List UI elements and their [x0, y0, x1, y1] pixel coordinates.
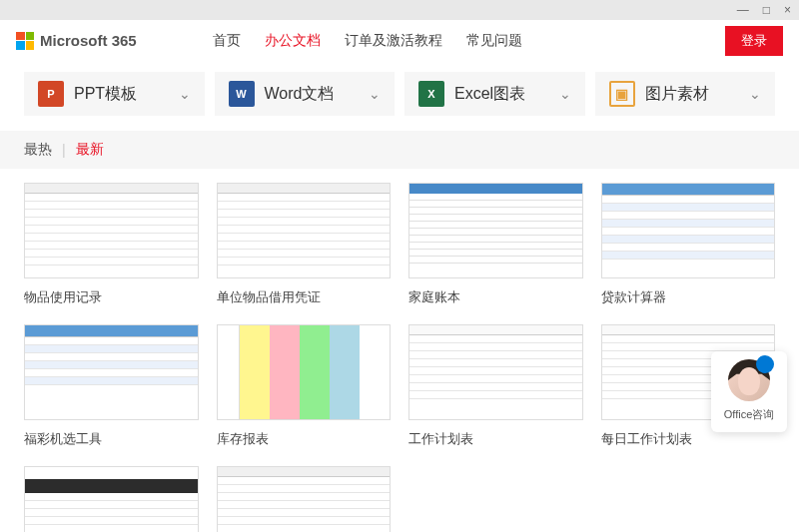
- nav-orders[interactable]: 订单及激活教程: [345, 32, 442, 50]
- template-title: 福彩机选工具: [24, 430, 199, 448]
- support-widget[interactable]: Office咨询: [711, 351, 787, 432]
- word-icon: W: [229, 81, 255, 107]
- category-ppt-label: PPT模板: [74, 84, 137, 105]
- template-title: 每日工作计划表: [601, 430, 776, 448]
- brand-name: Microsoft 365: [40, 32, 137, 49]
- chevron-down-icon: ⌄: [559, 86, 571, 102]
- support-label: Office咨询: [717, 407, 781, 422]
- nav-faq[interactable]: 常见问题: [466, 32, 522, 50]
- chevron-down-icon: ⌄: [749, 86, 761, 102]
- powerpoint-icon: P: [38, 81, 64, 107]
- category-image-label: 图片素材: [645, 84, 709, 105]
- main-nav: 首页 办公文档 订单及激活教程 常见问题: [213, 32, 522, 50]
- template-title: 单位物品借用凭证: [217, 288, 392, 306]
- template-thumb: [408, 183, 583, 278]
- support-avatar: [728, 359, 770, 401]
- template-thumb: [24, 324, 199, 420]
- filter-new[interactable]: 最新: [76, 141, 104, 159]
- category-excel-label: Excel图表: [454, 84, 525, 105]
- nav-home[interactable]: 首页: [213, 32, 241, 50]
- template-card[interactable]: 物品使用记录: [24, 183, 199, 306]
- template-thumb: [601, 183, 776, 278]
- category-image[interactable]: ▣ 图片素材 ⌄: [595, 72, 776, 116]
- template-title: 库存报表: [217, 430, 392, 448]
- close-button[interactable]: ×: [784, 3, 791, 17]
- category-bar: P PPT模板 ⌄ W Word文档 ⌄ X Excel图表 ⌄ ▣ 图片素材 …: [0, 62, 799, 131]
- template-title: 物品使用记录: [24, 288, 199, 306]
- template-card[interactable]: 工作计划表: [408, 324, 583, 448]
- brand-logo: Microsoft 365: [16, 32, 137, 50]
- login-button[interactable]: 登录: [725, 26, 783, 56]
- template-card[interactable]: 福彩机选工具: [24, 324, 199, 448]
- template-title: 工作计划表: [408, 430, 583, 448]
- template-card[interactable]: 记账凭证: [24, 466, 199, 532]
- divider: |: [62, 142, 66, 158]
- maximize-button[interactable]: □: [763, 3, 770, 17]
- template-thumb: [217, 466, 392, 532]
- template-card[interactable]: 贷款计算器: [601, 183, 776, 306]
- category-ppt[interactable]: P PPT模板 ⌄: [24, 72, 205, 116]
- template-thumb: [24, 466, 199, 532]
- chevron-down-icon: ⌄: [179, 86, 191, 102]
- chevron-down-icon: ⌄: [369, 86, 381, 102]
- category-word-label: Word文档: [265, 84, 335, 105]
- template-card[interactable]: 库存报表: [217, 324, 392, 448]
- template-title: 家庭账本: [408, 288, 583, 306]
- minimize-button[interactable]: —: [737, 3, 749, 17]
- window-titlebar: — □ ×: [0, 0, 799, 20]
- nav-office-docs[interactable]: 办公文档: [265, 32, 321, 50]
- template-thumb: [24, 183, 199, 278]
- template-thumb: [217, 183, 392, 278]
- template-title: 贷款计算器: [601, 288, 776, 306]
- excel-icon: X: [418, 81, 444, 107]
- header: Microsoft 365 首页 办公文档 订单及激活教程 常见问题 登录: [0, 20, 799, 62]
- template-thumb: [408, 324, 583, 420]
- category-word[interactable]: W Word文档 ⌄: [215, 72, 396, 116]
- template-card[interactable]: 单位物品借用凭证: [217, 183, 392, 306]
- image-icon: ▣: [609, 81, 635, 107]
- filter-hot[interactable]: 最热: [24, 141, 52, 159]
- template-card[interactable]: 支出明细表: [217, 466, 392, 532]
- template-card[interactable]: 家庭账本: [408, 183, 583, 306]
- template-thumb: [217, 324, 392, 420]
- filter-bar: 最热 | 最新: [0, 131, 799, 169]
- microsoft-logo-icon: [16, 32, 34, 50]
- category-excel[interactable]: X Excel图表 ⌄: [404, 72, 585, 116]
- template-grid: 物品使用记录 单位物品借用凭证 家庭账本 贷款计算器 福彩机选工具 库存报表 工…: [0, 169, 799, 532]
